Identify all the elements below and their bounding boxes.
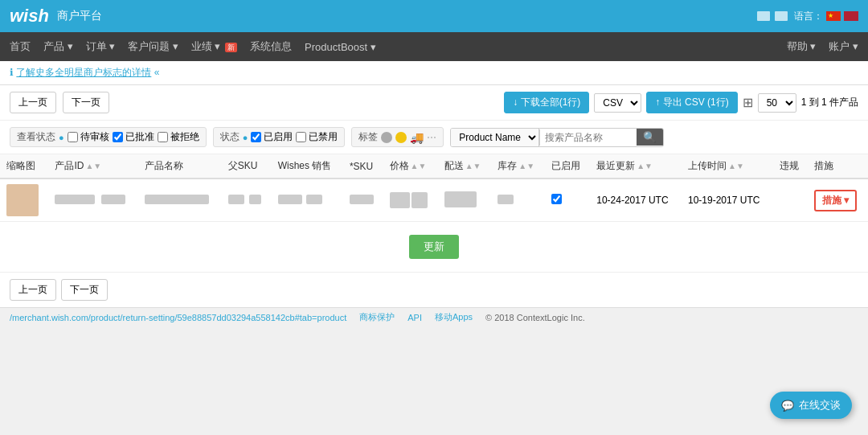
next-page-btn[interactable]: 下一页 xyxy=(63,92,109,113)
chat-label: 在线交谈 xyxy=(799,398,841,412)
cell-stock xyxy=(491,179,545,222)
page-info: 1 到 1 件产品 xyxy=(801,96,858,109)
next-page-btn-bottom[interactable]: 下一页 xyxy=(61,279,108,301)
pending-checkbox[interactable] xyxy=(68,132,78,142)
col-enabled: 已启用 xyxy=(545,154,590,179)
approved-checkbox[interactable] xyxy=(113,132,123,142)
cell-product-id xyxy=(48,179,138,222)
download-btn[interactable]: ↓ 下载全部(1行) xyxy=(504,92,589,113)
topbar-right: 语言： xyxy=(757,10,858,23)
cell-product-name xyxy=(138,179,222,222)
col-parent-sku: 父SKU xyxy=(222,154,272,179)
cell-actions[interactable]: 措施 ▾ xyxy=(808,179,868,222)
cell-sku xyxy=(343,179,383,222)
col-last-updated: 最近更新▲▼ xyxy=(590,154,682,179)
filter-enabled[interactable]: 已启用 xyxy=(251,130,293,144)
status-label: 状态 xyxy=(220,130,240,144)
chat-bubble[interactable]: 💬 在线交谈 xyxy=(770,392,852,419)
tag-label: 标签 xyxy=(358,130,378,144)
nav-orders[interactable]: 订单 ▾ xyxy=(86,39,116,54)
col-actions: 措施 xyxy=(808,154,868,179)
filter-pending[interactable]: 待审核 xyxy=(68,130,109,144)
new-badge: 新 xyxy=(225,43,237,52)
prev-page-btn-bottom[interactable]: 上一页 xyxy=(10,279,56,301)
product-id-blur-1 xyxy=(55,195,95,204)
col-wishes-sales: Wishes 销售 xyxy=(272,154,343,179)
csv-select[interactable]: CSV xyxy=(594,93,641,113)
cell-violation xyxy=(773,179,808,222)
chat-icon: 💬 xyxy=(781,400,794,412)
view-status-label: 查看状态 xyxy=(17,130,55,144)
monitor-icon-2 xyxy=(775,11,788,21)
url-display: /merchant.wish.com/product/return-settin… xyxy=(10,313,346,322)
cell-parent-sku xyxy=(222,179,272,222)
disabled-checkbox[interactable] xyxy=(296,132,306,142)
tag-icons: 🚚 ⋯ xyxy=(381,131,436,144)
col-price: 价格▲▼ xyxy=(383,154,438,179)
actions-button[interactable]: 措施 ▾ xyxy=(814,190,857,211)
nav-account[interactable]: 账户 ▾ xyxy=(829,39,858,54)
flag-cn-icon[interactable] xyxy=(826,11,841,21)
filter-rejected[interactable]: 被拒绝 xyxy=(158,130,199,144)
nav-products[interactable]: 产品 ▾ xyxy=(43,39,73,54)
update-cell: 更新 xyxy=(0,222,868,273)
secnav-right: 帮助 ▾ 账户 ▾ xyxy=(787,39,858,54)
product-id-blur-2 xyxy=(101,195,125,204)
search-input[interactable] xyxy=(540,129,637,146)
enabled-checkbox-row[interactable] xyxy=(551,194,562,204)
cell-upload-time: 10-19-2017 UTC xyxy=(682,179,773,222)
flag-us-icon[interactable] xyxy=(844,11,858,21)
bottombar: /merchant.wish.com/product/return-settin… xyxy=(0,307,868,326)
lang-selector[interactable]: 语言： xyxy=(794,10,858,23)
nav-sysinfo[interactable]: 系统信息 xyxy=(250,39,292,54)
filter-disabled[interactable]: 已禁用 xyxy=(296,130,338,144)
update-row: 更新 xyxy=(0,222,868,273)
filter-approved[interactable]: 已批准 xyxy=(113,130,154,144)
info-icon: ℹ xyxy=(10,67,14,78)
sort-shipping-icon: ▲▼ xyxy=(465,162,481,170)
col-violation: 违规 xyxy=(773,154,808,179)
sort-stock-icon: ▲▼ xyxy=(518,162,534,170)
topbar: wish 商户平台 语言： xyxy=(0,0,868,32)
products-table-wrap: 缩略图 产品ID▲▼ 产品名称 父SKU Wishes 销售 *SKU 价格▲▼… xyxy=(0,154,868,273)
cell-shipping xyxy=(438,179,492,222)
wishes-blur xyxy=(278,195,302,204)
col-thumbnail: 缩略图 xyxy=(0,154,48,179)
copyright: © 2018 ContextLogic Inc. xyxy=(485,313,585,322)
view-status-filter: 查看状态 ● 待审核 已批准 被拒绝 xyxy=(10,127,207,147)
update-button[interactable]: 更新 xyxy=(409,235,459,259)
product-thumbnail xyxy=(6,184,39,216)
info-link[interactable]: 了解史多全明星商户标志的详情 xyxy=(16,67,151,78)
sort-price-icon: ▲▼ xyxy=(411,162,427,170)
col-sku: *SKU xyxy=(343,154,383,179)
nav-home[interactable]: 首页 xyxy=(10,39,31,54)
nav-help[interactable]: 帮助 ▾ xyxy=(787,39,817,54)
stock-blur xyxy=(497,195,514,204)
trademark-link[interactable]: 商标保护 xyxy=(359,311,395,323)
monitor-icons xyxy=(757,11,788,21)
tag-truck-icon: 🚚 xyxy=(410,131,424,144)
prev-page-btn[interactable]: 上一页 xyxy=(10,92,56,113)
products-table: 缩略图 产品ID▲▼ 产品名称 父SKU Wishes 销售 *SKU 价格▲▼… xyxy=(0,154,868,273)
nav-customer[interactable]: 客户问题 ▾ xyxy=(128,39,178,54)
col-shipping: 配送▲▼ xyxy=(438,154,492,179)
export-btn[interactable]: ↑ 导出 CSV (1行) xyxy=(646,92,737,113)
nav-productboost[interactable]: ProductBoost ▾ xyxy=(305,41,376,53)
mobile-apps-link[interactable]: 移动Apps xyxy=(435,311,473,323)
enabled-checkbox[interactable] xyxy=(251,132,261,142)
price-blur-2 xyxy=(411,192,428,208)
cell-price xyxy=(383,179,438,222)
rejected-checkbox[interactable] xyxy=(158,132,168,142)
lang-label: 语言： xyxy=(794,10,823,23)
cell-enabled[interactable] xyxy=(545,179,590,222)
api-link[interactable]: API xyxy=(407,313,422,322)
search-by-select[interactable]: Product Name xyxy=(451,129,539,146)
topbar-title: 商户平台 xyxy=(57,9,102,23)
nav-performance[interactable]: 业绩 ▾ 新 xyxy=(191,39,237,54)
toolbar-right: ↓ 下载全部(1行) CSV ↑ 导出 CSV (1行) ⊞ 50 1 到 1 … xyxy=(504,92,858,113)
col-upload-time: 上传时间▲▼ xyxy=(682,154,773,179)
bottom-pagination: 上一页 下一页 xyxy=(0,273,868,307)
search-button[interactable]: 🔍 xyxy=(637,129,663,146)
page-size-select[interactable]: 50 xyxy=(758,93,796,113)
table-icon: ⊞ xyxy=(743,95,753,110)
